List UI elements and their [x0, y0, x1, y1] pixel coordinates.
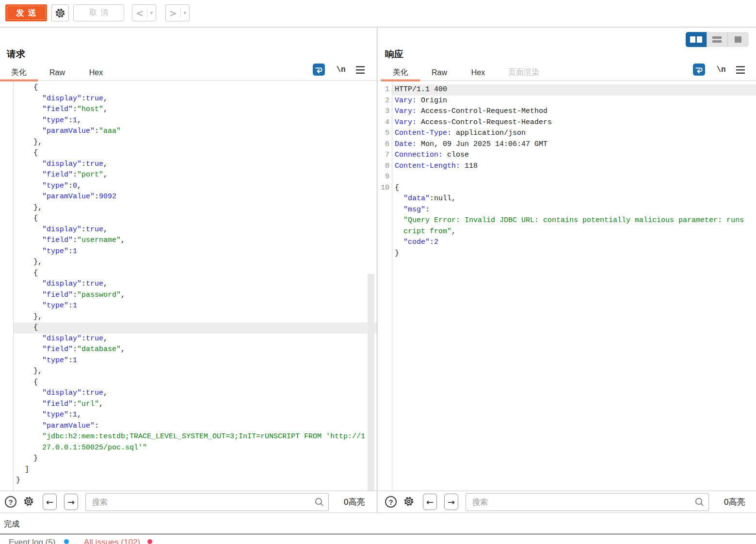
soft-wrap-icon[interactable]: [693, 64, 705, 76]
code-line[interactable]: "paramValue":9092: [0, 192, 377, 203]
code-line[interactable]: "type":1: [0, 246, 377, 257]
code-line[interactable]: },: [0, 203, 377, 214]
line-number: [378, 215, 392, 226]
request-scrollbar-thumb[interactable]: [368, 274, 374, 491]
code-line[interactable]: "code":2: [378, 237, 756, 248]
code-line[interactable]: },: [0, 257, 377, 268]
history-back-button[interactable]: < ▾: [132, 4, 156, 21]
code-line[interactable]: "type":1: [0, 355, 377, 367]
search-prev-button[interactable]: ←: [43, 494, 57, 510]
response-editor[interactable]: 1HTTP/1.1 4002Vary: Origin3Vary: Access-…: [378, 81, 756, 491]
newline-toggle-icon[interactable]: \n: [715, 64, 727, 76]
code-line[interactable]: },: [0, 312, 377, 323]
code-line[interactable]: 27.0.0.1:50025/poc.sql'": [0, 443, 377, 454]
tab-hex[interactable]: Hex: [77, 64, 115, 81]
code-line[interactable]: "field":"username",: [0, 235, 377, 246]
code-line[interactable]: {: [0, 82, 377, 94]
menu-icon[interactable]: [355, 64, 365, 76]
search-next-button[interactable]: →: [64, 494, 78, 510]
code-line[interactable]: "display":true,: [0, 159, 377, 170]
line-number: 9: [378, 172, 392, 183]
code-line[interactable]: 9: [378, 172, 756, 183]
send-button[interactable]: 发送: [5, 4, 47, 21]
back-dropdown-icon[interactable]: ▾: [147, 10, 156, 16]
cancel-button[interactable]: 取消: [73, 4, 124, 21]
code-line[interactable]: "display":true,: [0, 388, 377, 399]
code-line[interactable]: "Query Error: Invalid JDBC URL: contains…: [378, 215, 756, 226]
code-line[interactable]: "type":1,: [0, 410, 377, 421]
code-line-content: "field":"password",: [13, 290, 377, 301]
code-line[interactable]: "field":"password",: [0, 290, 377, 301]
code-line[interactable]: cript from",: [378, 226, 756, 238]
newline-toggle-icon[interactable]: \n: [335, 64, 347, 76]
all-issues-label[interactable]: All issues (102): [84, 538, 140, 544]
code-line[interactable]: "data":null,: [378, 193, 756, 205]
code-line[interactable]: 6Date: Mon, 09 Jun 2025 14:06:47 GMT: [378, 139, 756, 150]
search-field[interactable]: [466, 493, 709, 511]
tab-pretty[interactable]: 美化: [381, 64, 420, 81]
code-line[interactable]: "jdbc:h2:mem:testdb;TRACE_LEVEL_SYSTEM_O…: [0, 432, 377, 443]
layout-split-columns-button[interactable]: [686, 32, 707, 47]
code-line[interactable]: }: [378, 248, 756, 259]
code-line[interactable]: 5Content-Type: application/json: [378, 128, 756, 139]
code-line[interactable]: "type":0,: [0, 181, 377, 192]
code-line[interactable]: 7Connection: close: [378, 150, 756, 161]
code-line[interactable]: {: [0, 213, 377, 224]
help-icon[interactable]: [4, 495, 17, 509]
code-line[interactable]: },: [0, 366, 377, 377]
code-line[interactable]: "field":"url",: [0, 399, 377, 410]
code-line[interactable]: "paramValue":"aaa": [0, 126, 377, 137]
soft-wrap-icon[interactable]: [313, 64, 325, 76]
menu-icon[interactable]: [736, 64, 745, 76]
layout-split-rows-button[interactable]: [707, 32, 727, 47]
code-line[interactable]: },: [0, 137, 377, 148]
search-settings-icon[interactable]: [402, 495, 416, 509]
tab-pretty[interactable]: 美化: [0, 64, 38, 81]
search-input[interactable]: [86, 494, 328, 511]
code-line[interactable]: {: [0, 148, 377, 159]
code-line[interactable]: "type":1,: [0, 115, 377, 127]
tab-hex[interactable]: Hex: [459, 64, 498, 81]
tab-raw[interactable]: Raw: [38, 64, 77, 81]
code-line[interactable]: "display":true,: [0, 334, 377, 345]
code-line[interactable]: {: [0, 268, 377, 279]
search-field[interactable]: [85, 493, 329, 511]
code-line[interactable]: 8Content-Length: 118: [378, 161, 756, 172]
code-line[interactable]: "field":"host",: [0, 104, 377, 115]
code-line[interactable]: "paramValue":: [0, 421, 377, 432]
help-icon[interactable]: [384, 495, 398, 509]
code-line[interactable]: }: [0, 475, 377, 486]
code-line[interactable]: }: [0, 453, 377, 464]
tab-raw[interactable]: Raw: [420, 64, 459, 81]
highlight-count: 0高亮: [344, 496, 365, 508]
layout-single-pane-button[interactable]: [728, 32, 749, 47]
history-forward-button[interactable]: > ▾: [165, 4, 190, 21]
code-line[interactable]: 4Vary: Access-Control-Request-Headers: [378, 117, 756, 128]
code-line[interactable]: 3Vary: Access-Control-Request-Method: [378, 106, 756, 117]
code-line[interactable]: {: [0, 322, 377, 334]
send-settings-button[interactable]: [51, 4, 69, 21]
search-next-button[interactable]: →: [444, 494, 458, 510]
line-number: [0, 443, 13, 454]
forward-dropdown-icon[interactable]: ▾: [181, 10, 189, 16]
search-settings-icon[interactable]: [22, 495, 36, 509]
code-line[interactable]: "msg":: [378, 205, 756, 216]
code-line[interactable]: "display":true,: [0, 279, 377, 290]
event-log-label[interactable]: Event log (5): [9, 538, 55, 544]
code-line[interactable]: ]: [0, 464, 377, 476]
code-line[interactable]: "type":1: [0, 301, 377, 312]
code-line[interactable]: 2Vary: Origin: [378, 96, 756, 107]
code-line[interactable]: "field":"port",: [0, 170, 377, 181]
code-line[interactable]: 1HTTP/1.1 400: [378, 84, 756, 96]
code-line[interactable]: "display":true,: [0, 94, 377, 105]
line-number: [0, 279, 13, 290]
request-editor[interactable]: { "display":true, "field":"host", "type"…: [0, 81, 377, 491]
code-line[interactable]: 10{: [378, 183, 756, 194]
code-line[interactable]: "display":true,: [0, 224, 377, 236]
search-input[interactable]: [466, 494, 708, 511]
code-line[interactable]: "field":"database",: [0, 344, 377, 355]
code-line-content: },: [13, 137, 377, 148]
code-line[interactable]: {: [0, 377, 377, 388]
search-prev-button[interactable]: ←: [423, 494, 437, 510]
request-search-bar: ← → 0高亮: [0, 491, 377, 512]
